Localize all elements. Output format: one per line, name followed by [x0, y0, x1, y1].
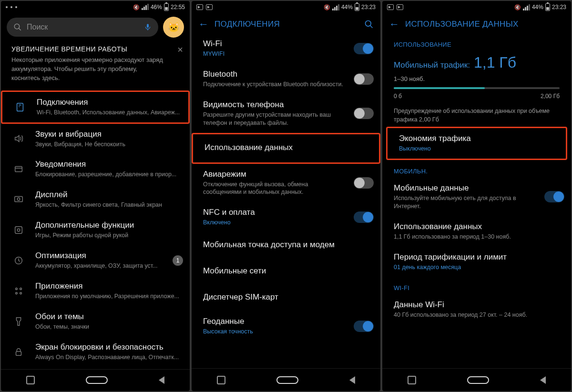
nav-bar [192, 368, 380, 391]
notifications-icon [10, 164, 27, 174]
battery-tip-banner[interactable]: УВЕЛИЧЕНИЕ ВРЕМЕНИ РАБОТЫ Некоторые прил… [1, 40, 190, 90]
svg-point-13 [20, 288, 22, 290]
status-bar: 44% 23:23 [192, 1, 380, 13]
nav-recent[interactable] [26, 376, 35, 384]
screenshot-icon [397, 4, 403, 10]
svg-point-8 [17, 198, 20, 201]
connections-data-usage[interactable]: Использование данных [192, 133, 380, 164]
svg-point-10 [17, 229, 20, 231]
wifi-toggle[interactable] [354, 43, 374, 54]
lock-icon [10, 347, 27, 357]
svg-rect-5 [15, 167, 22, 172]
settings-item-connections[interactable]: Подключения Wi-Fi, Bluetooth, Использова… [1, 90, 190, 124]
connections-hotspot[interactable]: Мобильная точка доступа и модем [192, 232, 380, 259]
maintenance-icon [10, 255, 27, 266]
settings-item-advanced[interactable]: Дополнительные функции Игры, Режим работ… [1, 215, 190, 245]
wifi-data-usage[interactable]: Данные Wi-Fi 40 Гб использовано за перио… [382, 294, 571, 325]
svg-point-12 [16, 288, 18, 290]
mute-icon [133, 4, 140, 10]
billing-cycle[interactable]: Период тарификации и лимит 01 день каждо… [382, 247, 571, 277]
banner-title: УВЕЛИЧЕНИЕ ВРЕМЕНИ РАБОТЫ [11, 45, 167, 53]
usage-summary[interactable]: Мобильный трафик: 1,1 Гб 1–30 нояб. 0 б … [382, 51, 571, 101]
visibility-toggle[interactable] [354, 108, 374, 119]
signal-icon [523, 4, 530, 10]
data-saver[interactable]: Экономия трафика Выключено [386, 127, 567, 160]
svg-rect-4 [17, 103, 23, 111]
connections-bluetooth[interactable]: Bluetooth Подключение к устройствам Blue… [192, 64, 380, 94]
battery-icon [355, 3, 359, 11]
usage-label: Мобильный трафик: [394, 60, 470, 70]
location-toggle[interactable] [354, 321, 374, 332]
search-input[interactable]: Поиск [7, 18, 158, 37]
settings-item-display[interactable]: Дисплей Яркость, Фильтр синего света, Гл… [1, 184, 190, 215]
svg-rect-7 [15, 197, 23, 202]
mute-icon [324, 4, 330, 10]
section-mobile: МОБИЛЬН. [382, 160, 571, 178]
mobile-data-usage[interactable]: Использование данных 1,1 Гб использовано… [382, 216, 571, 247]
svg-rect-16 [16, 352, 21, 355]
signal-icon [142, 4, 149, 10]
settings-item-lockscreen[interactable]: Экран блокировки и безопасность Always O… [1, 337, 190, 367]
usage-period: 1–30 нояб. [394, 75, 560, 82]
airplane-toggle[interactable] [354, 177, 374, 189]
display-icon [10, 194, 27, 205]
mute-icon [514, 4, 521, 10]
connections-nfc[interactable]: NFC и оплата Включено [192, 202, 380, 232]
svg-rect-2 [147, 24, 149, 28]
nav-recent[interactable] [408, 376, 416, 384]
settings-item-apps[interactable]: Приложения Приложения по умолчанию, Разр… [1, 276, 190, 306]
connections-wifi[interactable]: Wi-Fi MYWIFI [192, 33, 380, 64]
signal-icon [332, 4, 339, 10]
usage-warning: Предупреждение об использовании данных п… [382, 101, 571, 127]
nav-recent[interactable] [217, 376, 225, 384]
sound-icon [10, 133, 27, 144]
usage-value: 1,1 Гб [474, 54, 516, 71]
usage-bar-max: 2,00 Гб [541, 93, 560, 100]
mobile-data-toggle[interactable] [544, 191, 564, 202]
battery-icon [545, 3, 550, 11]
nav-home[interactable] [467, 376, 489, 384]
svg-point-17 [366, 21, 371, 27]
settings-item-themes[interactable]: Обои и темы Обои, темы, значки [1, 306, 190, 337]
themes-icon [10, 316, 27, 327]
usage-bar [394, 87, 560, 89]
screenshot-icon [387, 4, 394, 10]
nav-back[interactable] [349, 376, 355, 384]
phone-connections: 44% 23:23 ← ПОДКЛЮЧЕНИЯ Wi-Fi MYWIFI Blu… [192, 1, 380, 391]
connections-airplane[interactable]: Авиарежим Отключение функций вызова, обм… [192, 164, 380, 202]
connections-mobile-networks[interactable]: Мобильные сети [192, 259, 380, 285]
nav-home[interactable] [276, 376, 298, 384]
battery-icon [164, 3, 169, 11]
back-icon[interactable]: ← [389, 18, 399, 30]
section-usage: ИСПОЛЬЗОВАНИЕ [382, 33, 571, 51]
notification-badge: 1 [173, 255, 183, 266]
connections-visibility[interactable]: Видимость телефона Разрешите другим устр… [192, 94, 380, 133]
search-icon[interactable] [364, 20, 374, 29]
clock: 23:23 [361, 4, 376, 10]
bluetooth-toggle[interactable] [354, 73, 374, 85]
page-title: ПОДКЛЮЧЕНИЯ [214, 20, 280, 29]
nav-back[interactable] [540, 376, 546, 384]
search-placeholder: Поиск [27, 23, 48, 31]
back-icon[interactable]: ← [198, 18, 209, 30]
settings-item-notifications[interactable]: Уведомления Блокирование, разрешение, до… [1, 154, 190, 184]
connections-icon [12, 102, 28, 112]
usage-bar-min: 0 б [394, 93, 402, 100]
mobile-data[interactable]: Мобильные данные Используйте мобильную с… [382, 178, 571, 216]
svg-rect-9 [15, 227, 22, 234]
nav-bar [1, 369, 190, 391]
avatar[interactable]: 🐱 [163, 17, 184, 38]
settings-item-maintenance[interactable]: Оптимизация Аккумулятор, хранилище, ОЗУ,… [1, 245, 190, 276]
close-icon[interactable]: × [177, 44, 183, 55]
settings-item-sounds[interactable]: Звуки и вибрация Звуки, Вибрация, Не бес… [1, 124, 190, 154]
nfc-toggle[interactable] [354, 211, 374, 223]
nav-back[interactable] [159, 376, 164, 384]
nav-home[interactable] [86, 376, 108, 384]
clock: 22:55 [171, 4, 185, 10]
mic-icon[interactable] [144, 23, 152, 31]
phone-data-usage: 44% 23:23 ← ИСПОЛЬЗОВАНИЕ ДАННЫХ ИСПОЛЬЗ… [382, 1, 571, 391]
connections-location[interactable]: Геоданные Высокая точность [192, 311, 380, 342]
connections-sim[interactable]: Диспетчер SIM-карт [192, 285, 380, 311]
section-wifi: WI-FI [382, 277, 571, 294]
status-bar: 44% 23:23 [382, 1, 571, 13]
